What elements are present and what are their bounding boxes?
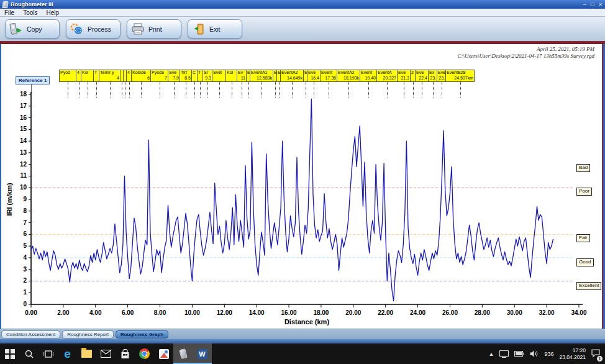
x-tick-label: 0.00 bbox=[25, 309, 37, 316]
x-tick-label: 12.00 bbox=[217, 309, 232, 316]
store-button[interactable] bbox=[116, 344, 135, 364]
start-button[interactable] bbox=[0, 344, 19, 364]
taskbar-time: 17:20 bbox=[559, 347, 586, 354]
y-tick-label: 15 bbox=[20, 125, 27, 132]
application-window: Roughometer III ─ ☐ ✕ FileToolsHelp Copy bbox=[0, 0, 605, 364]
word-taskbar-button[interactable]: W bbox=[193, 344, 212, 364]
y-tick-label: 5 bbox=[23, 242, 27, 249]
close-button[interactable]: ✕ bbox=[598, 2, 603, 7]
y-tick-label: 6 bbox=[23, 230, 27, 237]
mail-button[interactable] bbox=[96, 344, 116, 364]
y-tick-label: 13 bbox=[20, 149, 27, 156]
y-tick-label: 8 bbox=[23, 207, 27, 214]
x-tick-label: 34.00 bbox=[571, 309, 586, 316]
title-bar: Roughometer III ─ ☐ ✕ bbox=[0, 0, 605, 9]
menu-tools[interactable]: Tools bbox=[23, 9, 37, 16]
x-tick-label: 16.00 bbox=[281, 309, 297, 316]
band-label-poor: Poor bbox=[576, 188, 592, 196]
x-tick-label: 20.00 bbox=[345, 309, 361, 316]
notification-count-badge: 1 bbox=[597, 356, 603, 362]
y-tick-label: 17 bbox=[20, 102, 27, 109]
x-tick-label: 24.00 bbox=[410, 309, 425, 316]
window-title: Roughometer III bbox=[11, 1, 53, 7]
search-icon bbox=[24, 349, 34, 359]
edge-button[interactable]: e bbox=[58, 344, 77, 364]
y-tick-label: 1 bbox=[23, 289, 27, 296]
x-tick-label: 26.00 bbox=[442, 309, 458, 316]
menu-help[interactable]: Help bbox=[46, 9, 59, 16]
window-bottom-edge bbox=[0, 339, 605, 344]
hidden-icons-chevron[interactable]: ▲ bbox=[489, 351, 494, 357]
photos-button[interactable] bbox=[154, 344, 173, 364]
exit-button[interactable]: Exit bbox=[188, 19, 242, 39]
x-tick-label: 28.00 bbox=[475, 309, 490, 316]
taskbar-clock[interactable]: 17:20 23.04.2021 bbox=[559, 347, 586, 360]
iri-trace bbox=[31, 99, 553, 301]
y-tick-label: 18 bbox=[20, 91, 27, 98]
copy-button[interactable]: Copy bbox=[5, 19, 60, 39]
x-tick-label: 30.00 bbox=[507, 309, 522, 316]
search-button[interactable] bbox=[19, 344, 39, 364]
minimize-button[interactable]: ─ bbox=[583, 2, 586, 7]
battery-icon[interactable] bbox=[514, 351, 524, 357]
x-tick-label: 32.00 bbox=[539, 309, 555, 316]
exit-door-icon bbox=[192, 23, 206, 35]
maximize-button[interactable]: ☐ bbox=[590, 2, 594, 7]
y-axis-title: IRI (m/km) bbox=[6, 183, 13, 216]
language-indicator[interactable]: 936 bbox=[544, 351, 553, 357]
x-tick-label: 22.00 bbox=[378, 309, 393, 316]
y-tick-label: 14 bbox=[20, 137, 27, 144]
band-label-good: Good bbox=[576, 258, 594, 266]
y-tick-label: 10 bbox=[20, 184, 27, 191]
menu-bar: FileToolsHelp bbox=[0, 9, 605, 17]
file-explorer-button[interactable] bbox=[77, 344, 96, 364]
x-tick-label: 18.00 bbox=[313, 309, 329, 316]
mail-icon bbox=[101, 350, 111, 358]
tab-condition-assessment[interactable]: Condition Assessment bbox=[1, 330, 60, 339]
roughometer-icon bbox=[179, 348, 187, 359]
x-tick-label: 4.00 bbox=[89, 309, 102, 316]
process-button[interactable]: Process bbox=[66, 19, 121, 39]
notification-center-button[interactable]: 1 bbox=[591, 348, 600, 360]
x-axis-title: Distance (km) bbox=[284, 318, 329, 325]
windows-logo-icon bbox=[5, 349, 15, 359]
band-label-excellent: Excellent bbox=[576, 282, 601, 290]
y-tick-label: 3 bbox=[23, 266, 27, 273]
band-label-fair: Fair bbox=[576, 234, 590, 242]
word-icon: W bbox=[198, 349, 207, 359]
menu-file[interactable]: File bbox=[4, 9, 14, 16]
copy-button-label: Copy bbox=[27, 25, 42, 33]
x-tick-label: 8.00 bbox=[154, 309, 166, 316]
chrome-button[interactable] bbox=[135, 344, 154, 364]
toolbar: Copy Process Print bbox=[0, 17, 605, 41]
print-button[interactable]: Print bbox=[127, 19, 181, 39]
report-tab-bar: Condition AssessmentRoughness ReportRoug… bbox=[0, 329, 605, 339]
x-tick-label: 2.00 bbox=[57, 309, 70, 316]
roughometer-taskbar-button[interactable] bbox=[173, 344, 193, 364]
display-icon[interactable] bbox=[499, 350, 509, 358]
y-tick-label: 2 bbox=[23, 277, 27, 284]
printer-icon bbox=[131, 23, 145, 35]
task-view-button[interactable] bbox=[39, 344, 58, 364]
iri-line-chart: 01234567891011121314151617180.002.004.00… bbox=[1, 44, 605, 329]
taskbar-date: 23.04.2021 bbox=[559, 354, 586, 361]
tab-roughness-graph[interactable]: Roughness Graph bbox=[116, 330, 168, 339]
tab-roughness-report[interactable]: Roughness Report bbox=[62, 330, 114, 339]
y-tick-label: 12 bbox=[20, 161, 27, 168]
edge-icon: e bbox=[64, 348, 71, 360]
windows-taskbar: e W ▲ bbox=[0, 344, 605, 364]
print-button-label: Print bbox=[148, 25, 162, 33]
band-label-bad: Bad bbox=[576, 164, 590, 172]
store-icon bbox=[121, 349, 130, 359]
x-tick-label: 10.00 bbox=[184, 309, 200, 316]
y-tick-label: 16 bbox=[20, 114, 27, 121]
y-tick-label: 11 bbox=[20, 172, 27, 179]
speaker-icon[interactable] bbox=[530, 350, 539, 357]
file-explorer-icon bbox=[81, 350, 92, 358]
x-tick-label: 6.00 bbox=[122, 309, 134, 316]
exit-button-label: Exit bbox=[209, 25, 221, 33]
y-tick-label: 0 bbox=[23, 301, 27, 307]
x-tick-label: 14.00 bbox=[249, 309, 265, 316]
copy-device-icon bbox=[9, 23, 23, 35]
y-tick-label: 7 bbox=[23, 219, 27, 226]
